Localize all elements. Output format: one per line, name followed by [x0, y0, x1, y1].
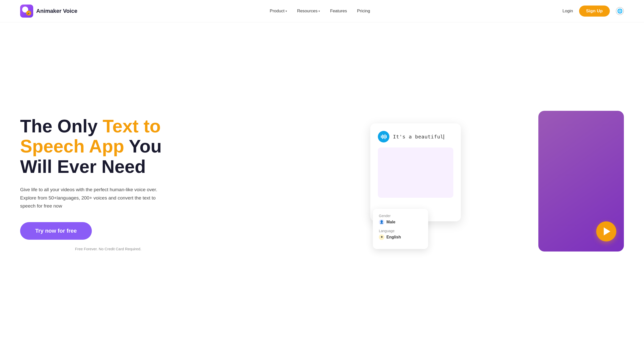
language-value: ✦ English: [379, 234, 422, 240]
hero-title: The Only Text to Speech App You Will Eve…: [20, 116, 196, 177]
text-input-card: It's a beautiful: [370, 123, 461, 221]
hero-title-part1: The Only: [20, 116, 103, 136]
bar2: [382, 134, 383, 139]
text-input-header: It's a beautiful: [378, 131, 453, 142]
nav-item-pricing[interactable]: Pricing: [357, 9, 370, 14]
hero-title-part3: Will Ever Need: [20, 157, 146, 177]
language-row: Language ✦ English: [379, 229, 422, 240]
mic-icon: [378, 131, 389, 142]
nav-link-features[interactable]: Features: [330, 9, 347, 14]
cta-area: Try now for free Free Forever. No Credit…: [20, 222, 196, 251]
free-note: Free Forever. No Credit Card Required.: [20, 247, 196, 251]
login-button[interactable]: Login: [562, 9, 573, 14]
language-label: Language: [379, 229, 422, 233]
text-cursor: [444, 134, 444, 139]
navbar: Animaker Voice Product ▾ Resources ▾ Fea…: [0, 0, 644, 22]
mic-bars: [381, 134, 387, 139]
play-icon: [604, 227, 610, 235]
bar3: [383, 135, 384, 138]
nav-item-product[interactable]: Product ▾: [270, 9, 287, 14]
nav-link-resources[interactable]: Resources ▾: [297, 9, 320, 14]
bar4: [385, 134, 385, 139]
globe-icon[interactable]: 🌐: [616, 7, 624, 15]
nav-item-features[interactable]: Features: [330, 9, 347, 14]
hero-title-highlight1: Text to: [103, 116, 161, 136]
nav-link-product[interactable]: Product ▾: [270, 9, 287, 14]
bar5: [386, 135, 387, 138]
person-icon: 👤: [379, 219, 384, 225]
brand-name: Animaker Voice: [36, 8, 77, 14]
nav-item-resources[interactable]: Resources ▾: [297, 9, 320, 14]
try-now-button[interactable]: Try now for free: [20, 222, 92, 240]
hero-subtitle: Give life to all your videos with the pe…: [20, 186, 161, 210]
text-input-body: [378, 147, 453, 198]
bar1: [381, 135, 382, 138]
nav-link-pricing[interactable]: Pricing: [357, 9, 370, 14]
info-card: Gender 👤 Male Language ✦ English: [373, 209, 428, 249]
hero-left: The Only Text to Speech App You Will Eve…: [20, 116, 196, 251]
hero-title-you: You: [124, 136, 162, 156]
language-icon: ✦: [379, 234, 384, 240]
play-button[interactable]: [596, 221, 616, 241]
gender-row: Gender 👤 Male: [379, 214, 422, 225]
logo-icon-inner: [26, 11, 31, 16]
hero-title-highlight2: Speech App: [20, 136, 124, 156]
chevron-down-icon: ▾: [318, 10, 320, 13]
logo-icon: [20, 5, 33, 18]
nav-links: Product ▾ Resources ▾ Features Pricing: [270, 9, 370, 14]
preview-text: It's a beautiful: [393, 134, 444, 140]
logo[interactable]: Animaker Voice: [20, 5, 77, 18]
hero-right: It's a beautiful ↖ Gender 👤 Male Langua: [370, 111, 624, 257]
chevron-down-icon: ▾: [286, 10, 287, 13]
gender-value: 👤 Male: [379, 219, 422, 225]
gender-label: Gender: [379, 214, 422, 218]
hero-section: The Only Text to Speech App You Will Eve…: [0, 22, 644, 350]
signup-button[interactable]: Sign Up: [579, 6, 610, 17]
nav-actions: Login Sign Up 🌐: [562, 6, 624, 17]
mockup-container: It's a beautiful ↖ Gender 👤 Male Langua: [370, 111, 624, 257]
